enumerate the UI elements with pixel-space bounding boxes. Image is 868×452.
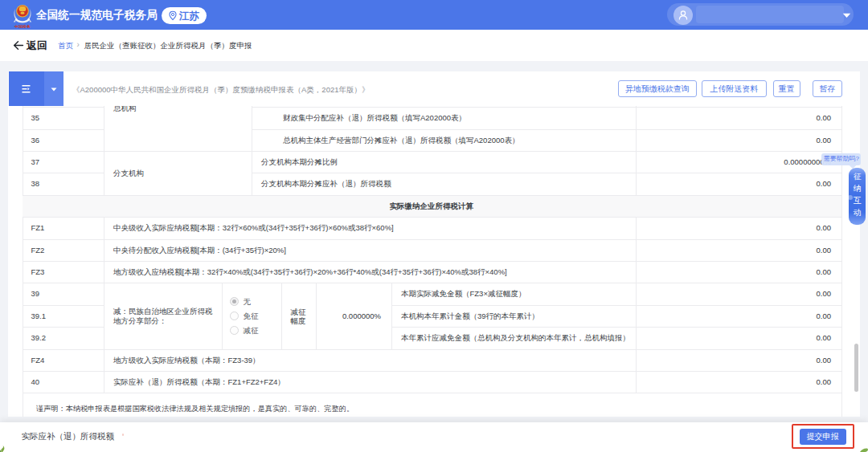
svg-text:中国税务: 中国税务 bbox=[14, 24, 31, 29]
